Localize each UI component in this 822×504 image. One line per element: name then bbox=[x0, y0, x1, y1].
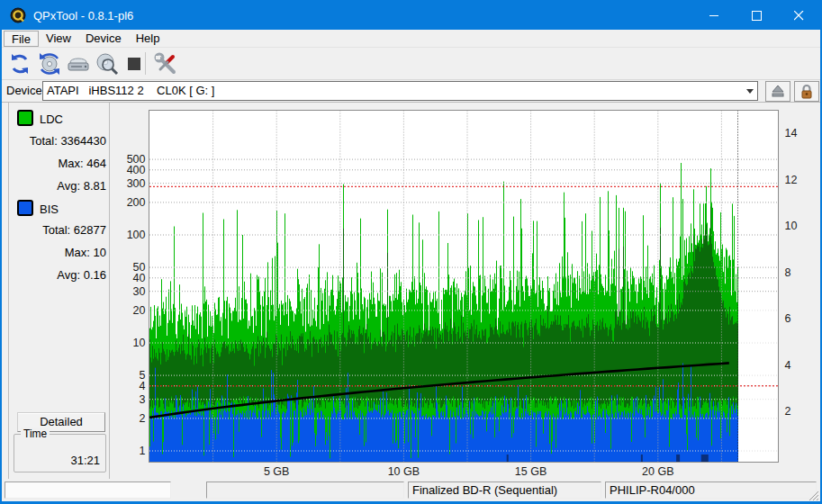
stop-icon bbox=[128, 58, 140, 70]
minimize-button[interactable] bbox=[693, 1, 736, 30]
time-groupbox: Time 31:21 bbox=[14, 434, 106, 472]
svg-text:10 GB: 10 GB bbox=[388, 465, 420, 478]
scan-media-icon bbox=[36, 51, 63, 76]
toolbar-separator bbox=[145, 52, 146, 75]
refresh-devices-button[interactable] bbox=[5, 50, 33, 77]
drive-control-button[interactable] bbox=[65, 50, 92, 77]
svg-text:10: 10 bbox=[133, 337, 146, 349]
quality-scan-chart: 5004003002001005040302010543211412108642… bbox=[112, 103, 822, 479]
toolbar bbox=[2, 49, 820, 79]
device-bar: Device: ATAPI iHBS112 2 CL0K [ G: ] bbox=[2, 79, 820, 103]
svg-text:20: 20 bbox=[133, 304, 146, 317]
qpxtool-window: QPxTool - 0.8.1-pl6 File View Device Hel… bbox=[0, 0, 822, 504]
status-progress-cell bbox=[5, 482, 171, 499]
search-disc-icon bbox=[94, 51, 121, 76]
svg-text:5 GB: 5 GB bbox=[264, 465, 290, 478]
menu-file[interactable]: File bbox=[4, 31, 39, 47]
chevron-down-icon[interactable] bbox=[742, 82, 757, 100]
ldc-max: Max: 464 bbox=[11, 157, 106, 170]
preferences-button[interactable] bbox=[150, 50, 183, 77]
svg-text:3: 3 bbox=[140, 393, 146, 406]
app-icon bbox=[10, 7, 26, 23]
svg-text:4: 4 bbox=[140, 380, 146, 392]
svg-text:1: 1 bbox=[140, 445, 146, 457]
svg-text:8: 8 bbox=[785, 266, 791, 279]
svg-text:12: 12 bbox=[785, 174, 798, 186]
scan-media-button[interactable] bbox=[35, 50, 64, 77]
status-media-type: Finalized BD-R (Sequential) bbox=[408, 482, 601, 499]
lock-icon bbox=[799, 84, 814, 99]
menu-help[interactable]: Help bbox=[129, 31, 167, 47]
close-icon bbox=[794, 11, 804, 21]
titlebar: QPxTool - 0.8.1-pl6 bbox=[2, 1, 820, 30]
svg-text:30: 30 bbox=[133, 285, 146, 298]
svg-text:200: 200 bbox=[127, 196, 146, 209]
bis-avg: Avg: 0.16 bbox=[11, 268, 106, 282]
eject-icon bbox=[771, 85, 785, 98]
svg-text:10: 10 bbox=[785, 220, 798, 232]
device-selected-value: ATAPI iHBS112 2 CL0K [ G: ] bbox=[47, 82, 214, 100]
eject-button[interactable] bbox=[765, 81, 790, 102]
ldc-avg: Avg: 8.81 bbox=[11, 179, 106, 193]
maximize-button[interactable] bbox=[736, 1, 778, 30]
svg-text:6: 6 bbox=[785, 312, 791, 325]
time-group-label: Time bbox=[21, 428, 50, 440]
sidebar-splitter bbox=[109, 103, 110, 479]
refresh-devices-icon bbox=[7, 51, 32, 76]
svg-text:300: 300 bbox=[127, 177, 146, 190]
bis-max: Max: 10 bbox=[11, 246, 106, 259]
drive-icon bbox=[66, 51, 91, 76]
device-combobox[interactable]: ATAPI iHBS112 2 CL0K [ G: ] bbox=[42, 81, 758, 101]
ldc-color-swatch bbox=[17, 110, 33, 126]
svg-text:100: 100 bbox=[127, 229, 146, 241]
resize-grip[interactable] bbox=[808, 490, 819, 501]
device-label: Device: bbox=[6, 80, 45, 102]
svg-text:2: 2 bbox=[785, 405, 791, 418]
statusbar: Finalized BD-R (Sequential) PHILIP-R04/0… bbox=[2, 479, 820, 502]
minimize-icon bbox=[709, 11, 719, 21]
svg-text:20 GB: 20 GB bbox=[642, 465, 673, 478]
status-media-id: PHILIP-R04/000 bbox=[605, 482, 817, 499]
menu-device[interactable]: Device bbox=[78, 31, 129, 47]
sidebar-left-border bbox=[8, 103, 9, 479]
maximize-icon bbox=[752, 11, 762, 21]
status-info-cell bbox=[206, 482, 404, 499]
menu-view[interactable]: View bbox=[39, 31, 78, 47]
ldc-total: Total: 3364430 bbox=[11, 134, 106, 148]
svg-text:14: 14 bbox=[785, 127, 798, 140]
bis-total: Total: 62877 bbox=[11, 223, 106, 237]
main-area: LDC Total: 3364430 Max: 464 Avg: 8.81 BI… bbox=[2, 103, 820, 479]
bis-legend-label: BIS bbox=[40, 202, 59, 216]
time-value: 31:21 bbox=[70, 454, 100, 467]
svg-text:4: 4 bbox=[785, 359, 791, 372]
preferences-icon bbox=[153, 51, 180, 76]
stop-button[interactable] bbox=[123, 50, 145, 77]
ldc-legend-label: LDC bbox=[40, 112, 63, 126]
lock-button[interactable] bbox=[794, 81, 819, 102]
menubar: File View Device Help bbox=[2, 30, 820, 48]
svg-text:400: 400 bbox=[127, 164, 146, 176]
close-button[interactable] bbox=[778, 1, 820, 30]
svg-text:2: 2 bbox=[140, 412, 146, 425]
svg-text:40: 40 bbox=[133, 272, 146, 284]
start-test-button[interactable] bbox=[93, 50, 122, 77]
bis-color-swatch bbox=[17, 200, 33, 216]
window-title: QPxTool - 0.8.1-pl6 bbox=[33, 9, 693, 22]
svg-text:15 GB: 15 GB bbox=[515, 465, 546, 478]
